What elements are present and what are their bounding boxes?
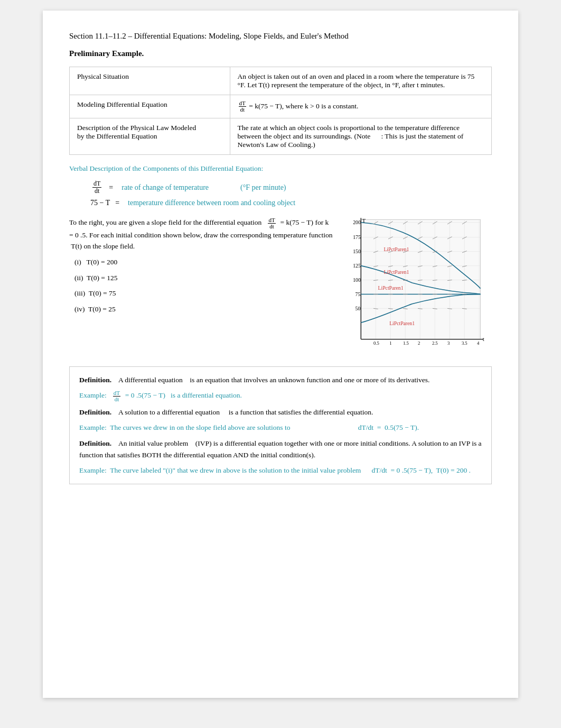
math-row-2: 75 − T = temperature difference between …	[90, 199, 492, 207]
table-cell-left: Modeling Differential Equation	[70, 95, 230, 118]
table-row: Physical Situation An object is taken ou…	[70, 67, 492, 95]
main-table: Physical Situation An object is taken ou…	[69, 67, 492, 155]
example-2: Example: The curves we drew in on the sl…	[79, 422, 482, 434]
condition-iii: (iii) T(0) = 75	[74, 288, 333, 299]
table-cell-left: Physical Situation	[70, 67, 230, 95]
lhs-expr: 75 − T	[90, 199, 110, 207]
frac-den: dt	[94, 188, 100, 195]
svg-text:3.5: 3.5	[462, 341, 467, 346]
definition-2: Definition. A solution to a differential…	[79, 407, 482, 418]
table-row: Modeling Differential Equation dT dt = k…	[70, 95, 492, 118]
example-frac: dT dt	[113, 390, 120, 402]
svg-text:4: 4	[477, 341, 480, 346]
x-axis-label: t	[483, 336, 484, 342]
svg-text:75: 75	[356, 291, 361, 297]
example-label-3: Example:	[79, 466, 107, 474]
slope-field-intro: To the right, you are given a slope fiel…	[69, 217, 333, 252]
inline-dt-frac: dT dt	[268, 217, 275, 229]
table-cell-left: Description of the Physical Law Modeledb…	[70, 118, 230, 155]
modeling-de-frac: dT dt = k(75 − T), where k > 0 is a cons…	[238, 102, 359, 110]
section-title: Section 11.1–11.2 – Differential Equatio…	[69, 32, 492, 41]
initial-conditions-list: (i) T(0) = 200 (ii) T(0) = 125 (iii) T(0…	[69, 256, 333, 315]
table-row: Description of the Physical Law Modeledb…	[70, 118, 492, 155]
svg-text:175: 175	[353, 234, 361, 240]
svg-text:200: 200	[353, 219, 361, 225]
math-row-1: dT dt = rate of change of temperature (°…	[90, 180, 492, 195]
curve-label-iv: LiPctParen1	[389, 320, 415, 326]
def-label-2: Definition.	[79, 408, 111, 416]
preliminary-label: Preliminary Example.	[69, 49, 492, 58]
def-label-1: Definition.	[79, 376, 111, 384]
two-column-section: To the right, you are given a slope fiel…	[69, 217, 492, 355]
svg-text:100: 100	[353, 277, 361, 283]
svg-text:1.5: 1.5	[403, 341, 409, 346]
slope-field-graph: T t 200 175 150 125 100 75 50 0.5 1 1.5 …	[344, 217, 492, 355]
def-label-3: Definition.	[79, 439, 111, 447]
definition-1: Definition. A differential equation is a…	[79, 374, 482, 386]
svg-text:1: 1	[389, 341, 391, 346]
unit-label: (°F per minute)	[240, 183, 286, 192]
modeling-de-equation: = k(75 − T), where k > 0 is a constant.	[249, 102, 358, 110]
definition-3: Definition. An initial value problem (IV…	[79, 438, 482, 460]
frac-denominator: dt	[239, 107, 245, 113]
table-cell-right: An object is taken out of an oven and pl…	[230, 67, 491, 95]
physical-situation-text: An object is taken out of an oven and pl…	[238, 72, 475, 89]
equals-sign-2: =	[115, 199, 119, 207]
curve-label-iii: LiPctParen1	[378, 285, 404, 291]
example-label-1: Example:	[79, 391, 107, 399]
svg-text:50: 50	[356, 306, 361, 311]
table-cell-right: dT dt = k(75 − T), where k > 0 is a cons…	[230, 95, 491, 118]
rate-of-change-label: rate of change of temperature	[121, 183, 209, 192]
dt-fraction: dT dt	[239, 100, 246, 113]
description-label: Description of the Physical Law Modeledb…	[77, 124, 196, 140]
modeling-de-label: Modeling Differential Equation	[77, 100, 167, 108]
svg-text:3: 3	[447, 341, 450, 346]
svg-text:2: 2	[418, 341, 420, 346]
svg-text:0.5: 0.5	[373, 341, 379, 346]
example-1: Example: dT dt = 0 .5(75 − T) is a diffe…	[79, 390, 482, 402]
curve-label-ii: LiPctParen1	[384, 269, 409, 275]
dT-dt-fraction: dT dt	[92, 180, 101, 195]
frac-num: dT	[92, 180, 101, 188]
svg-text:125: 125	[353, 263, 361, 269]
verbal-desc-label: Verbal Description of the Components of …	[69, 164, 492, 173]
equals-sign-1: =	[109, 183, 113, 192]
graph-svg: T t 200 175 150 125 100 75 50 0.5 1 1.5 …	[344, 217, 492, 353]
physical-situation-label: Physical Situation	[77, 72, 129, 80]
condition-i: (i) T(0) = 200	[74, 256, 333, 268]
page: Section 11.1–11.2 – Differential Equatio…	[43, 11, 518, 698]
curve-label-i: LiPctParen1	[384, 246, 409, 252]
math-block: dT dt = rate of change of temperature (°…	[69, 180, 492, 207]
slope-field-text: To the right, you are given a slope fiel…	[69, 217, 333, 355]
example-3: Example: The curve labeled "(i)" that we…	[79, 465, 482, 476]
svg-text:2.5: 2.5	[432, 341, 438, 346]
description-text: The rate at which an object cools is pro…	[238, 124, 464, 149]
condition-iv: (iv) T(0) = 25	[74, 303, 333, 315]
definitions-box: Definition. A differential equation is a…	[69, 366, 492, 484]
temp-diff-label: temperature difference between room and …	[128, 199, 295, 207]
svg-text:150: 150	[353, 248, 361, 254]
table-cell-right-cyan: The rate at which an object cools is pro…	[230, 118, 491, 155]
example-label-2: Example:	[79, 423, 107, 431]
condition-ii: (ii) T(0) = 125	[74, 272, 333, 284]
